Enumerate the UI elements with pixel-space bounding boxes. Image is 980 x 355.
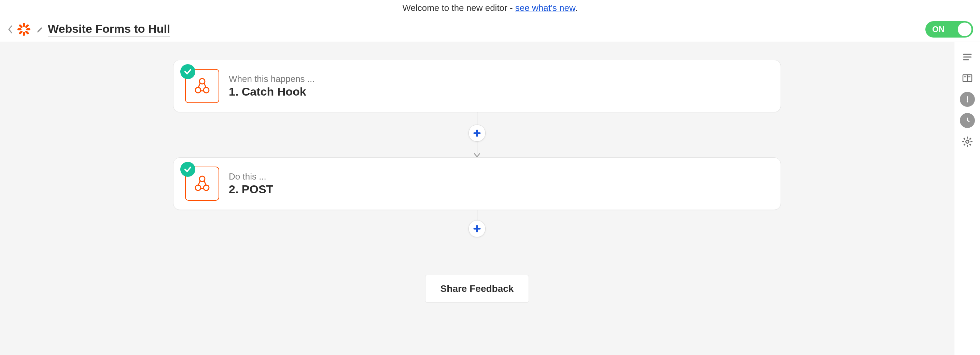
guide-icon[interactable]: [958, 68, 977, 88]
arrowhead-icon: [474, 153, 480, 158]
step-title: 1. Catch Hook: [229, 85, 315, 98]
svg-rect-7: [25, 30, 29, 35]
step-title: 2. POST: [229, 183, 273, 196]
step-text: Do this ... 2. POST: [229, 171, 273, 196]
svg-point-9: [204, 88, 209, 93]
svg-rect-25: [967, 137, 968, 138]
zapier-logo-icon: [17, 22, 31, 36]
zap-canvas: When this happens ... 1. Catch Hook: [0, 42, 954, 355]
canvas-wrap: When this happens ... 1. Catch Hook: [0, 42, 980, 355]
step-text: When this happens ... 1. Catch Hook: [229, 74, 315, 98]
see-whats-new-link[interactable]: see what's new: [515, 3, 575, 13]
svg-point-11: [195, 185, 201, 191]
svg-rect-2: [18, 28, 22, 30]
toggle-label: ON: [932, 25, 945, 34]
svg-rect-0: [23, 23, 25, 27]
svg-rect-29: [969, 138, 971, 140]
svg-rect-28: [970, 141, 972, 142]
new-editor-banner: Welcome to the new editor - see what's n…: [0, 0, 980, 17]
share-feedback-button[interactable]: Share Feedback: [425, 275, 529, 303]
svg-rect-6: [18, 24, 23, 28]
alerts-icon[interactable]: [958, 90, 977, 109]
history-icon[interactable]: [958, 111, 977, 130]
svg-point-24: [966, 140, 969, 143]
svg-rect-3: [26, 28, 30, 30]
banner-suffix: .: [575, 3, 578, 13]
connector-line: [477, 210, 477, 220]
connector-line: [477, 142, 477, 154]
add-step-button[interactable]: [468, 220, 485, 237]
svg-rect-30: [963, 143, 965, 146]
step-subtitle: Do this ...: [229, 171, 273, 182]
status-success-icon: [180, 162, 195, 177]
zap-toggle[interactable]: ON: [925, 21, 973, 38]
svg-point-8: [195, 88, 201, 93]
svg-rect-5: [18, 30, 23, 35]
right-rail: [954, 42, 980, 355]
tail-connector: [468, 210, 485, 237]
svg-point-13: [199, 176, 205, 181]
step-card-trigger[interactable]: When this happens ... 1. Catch Hook: [173, 60, 781, 112]
svg-rect-27: [962, 141, 964, 142]
banner-prefix: Welcome to the new editor -: [402, 3, 515, 13]
edit-title-icon[interactable]: [36, 25, 45, 33]
step-subtitle: When this happens ...: [229, 74, 315, 84]
step-card-action[interactable]: Do this ... 2. POST: [173, 158, 781, 210]
step-connector: [468, 112, 485, 158]
toggle-knob: [958, 22, 972, 36]
svg-point-10: [199, 78, 205, 84]
settings-icon[interactable]: [958, 132, 977, 151]
outline-icon[interactable]: [958, 48, 977, 67]
zap-title[interactable]: Website Forms to Hull: [48, 22, 170, 37]
svg-rect-4: [25, 24, 29, 28]
back-chevron-icon[interactable]: [7, 24, 14, 35]
step-icon-box: [185, 167, 219, 201]
header-left: Website Forms to Hull: [7, 22, 170, 37]
editor-header: Website Forms to Hull ON: [0, 17, 980, 42]
add-step-button[interactable]: [468, 124, 485, 142]
svg-rect-1: [23, 32, 25, 36]
svg-rect-31: [963, 138, 965, 140]
status-success-icon: [180, 64, 195, 79]
step-icon-box: [185, 69, 219, 103]
svg-point-12: [204, 185, 209, 191]
svg-rect-26: [967, 145, 968, 147]
svg-rect-32: [969, 143, 971, 146]
svg-point-22: [966, 101, 968, 102]
connector-line: [477, 112, 477, 124]
